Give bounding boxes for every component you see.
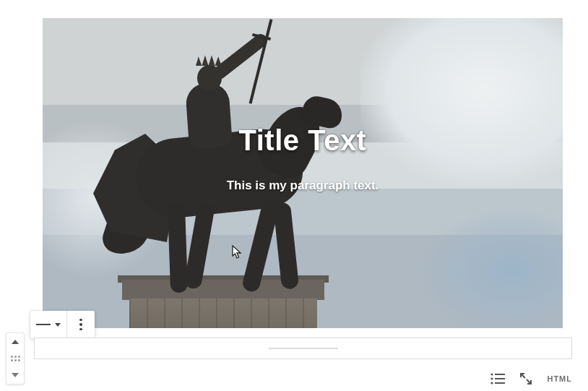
svg-point-2 [491,377,493,379]
svg-point-4 [491,382,493,384]
fullscreen-button[interactable] [519,372,532,385]
svg-rect-3 [495,378,505,379]
block-mover [6,332,25,384]
editor-canvas: Title Text This is my paragraph text. [0,0,588,391]
align-button[interactable] [30,311,66,338]
chevron-down-icon [12,373,19,377]
kebab-dot-icon [79,319,82,322]
more-options-button[interactable] [67,311,95,338]
drag-grip-icon [11,356,20,361]
move-up-button[interactable] [7,333,24,350]
svg-point-0 [491,373,493,375]
chevron-down-icon [55,323,61,327]
fullscreen-icon [519,372,532,385]
kebab-dot-icon [79,323,82,326]
list-view-button[interactable] [490,373,505,384]
kebab-dot-icon [79,328,82,331]
drag-handle[interactable] [7,350,24,366]
align-line-icon [36,324,51,325]
html-view-button[interactable]: HTML [547,374,572,383]
cover-block[interactable]: Title Text This is my paragraph text. [43,18,563,328]
list-icon [490,373,505,384]
cover-paragraph[interactable]: This is my paragraph text. [227,179,379,193]
chevron-up-icon [12,340,19,344]
move-down-button[interactable] [7,367,24,384]
svg-rect-1 [495,374,505,375]
svg-rect-5 [495,382,505,384]
cover-inner-content: Title Text This is my paragraph text. [43,18,563,328]
cover-title[interactable]: Title Text [239,124,367,157]
block-toolbar [30,311,95,338]
view-tools: HTML [490,370,572,387]
separator-block[interactable] [34,338,572,359]
separator-line [269,348,338,349]
